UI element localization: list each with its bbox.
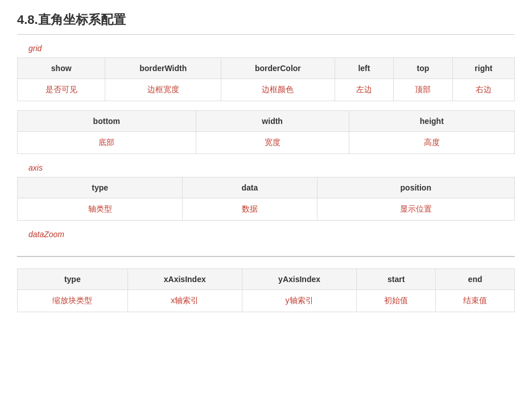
col-xaxisindex: xAxisIndex — [127, 269, 242, 290]
cell-end: 结束值 — [436, 290, 515, 312]
sections-list: grid show borderWidth borderColor left t… — [17, 44, 515, 239]
cell-start: 初始值 — [357, 290, 436, 312]
col-right: right — [452, 58, 514, 79]
grid-table-2: bottom width height 底部 宽度 高度 — [17, 110, 515, 154]
cell-position: 显示位置 — [317, 198, 515, 221]
col-bottom: bottom — [18, 111, 196, 132]
col-end: end — [436, 269, 515, 290]
col-data: data — [183, 177, 317, 198]
section-datazoom: dataZoom — [17, 230, 515, 239]
cell-right: 右边 — [452, 79, 514, 101]
col-show: show — [18, 58, 105, 79]
cell-width: 宽度 — [196, 132, 349, 154]
col-yaxisindex: yAxisIndex — [242, 269, 356, 290]
table-row: 轴类型 数据 显示位置 — [18, 198, 515, 221]
page-title: 4.8.直角坐标系配置 — [17, 11, 515, 35]
cell-yaxisindex: y轴索引 — [242, 290, 356, 312]
cell-top: 顶部 — [394, 79, 453, 101]
cell-type: 轴类型 — [18, 198, 183, 221]
cell-bottom: 底部 — [18, 132, 196, 154]
cell-borderwidth: 边框宽度 — [105, 79, 221, 101]
col-type: type — [18, 177, 183, 198]
table-row: 是否可见 边框宽度 边框颜色 左边 顶部 右边 — [18, 79, 515, 101]
col-width: width — [196, 111, 349, 132]
cell-height: 高度 — [349, 132, 514, 154]
cell-bordercolor: 边框颜色 — [221, 79, 335, 101]
table-row: 底部 宽度 高度 — [18, 132, 515, 154]
cell-data: 数据 — [183, 198, 317, 221]
section-grid-label: grid — [28, 44, 515, 53]
col-top: top — [394, 58, 453, 79]
cell-left: 左边 — [335, 79, 394, 101]
col-borderwidth: borderWidth — [105, 58, 221, 79]
table-row: 缩放块类型 x轴索引 y轴索引 初始值 结束值 — [18, 290, 515, 312]
section-datazoom-label: dataZoom — [28, 230, 515, 239]
col-type-bottom: type — [18, 269, 128, 290]
col-start: start — [357, 269, 436, 290]
axis-table-1: type data position 轴类型 数据 显示位置 — [17, 177, 515, 221]
col-position: position — [317, 177, 515, 198]
col-height: height — [349, 111, 514, 132]
col-left: left — [335, 58, 394, 79]
cell-show: 是否可见 — [18, 79, 105, 101]
cell-xaxisindex: x轴索引 — [127, 290, 242, 312]
col-bordercolor: borderColor — [221, 58, 335, 79]
section-divider — [17, 256, 515, 257]
section-grid: grid show borderWidth borderColor left t… — [17, 44, 515, 154]
section-axis-label: axis — [28, 163, 515, 172]
section-axis: axis type data position 轴类型 数据 显示位置 — [17, 163, 515, 221]
grid-table-1: show borderWidth borderColor left top ri… — [17, 57, 515, 101]
cell-type-bottom: 缩放块类型 — [18, 290, 128, 312]
bottom-table: type xAxisIndex yAxisIndex start end 缩放块… — [17, 268, 515, 312]
